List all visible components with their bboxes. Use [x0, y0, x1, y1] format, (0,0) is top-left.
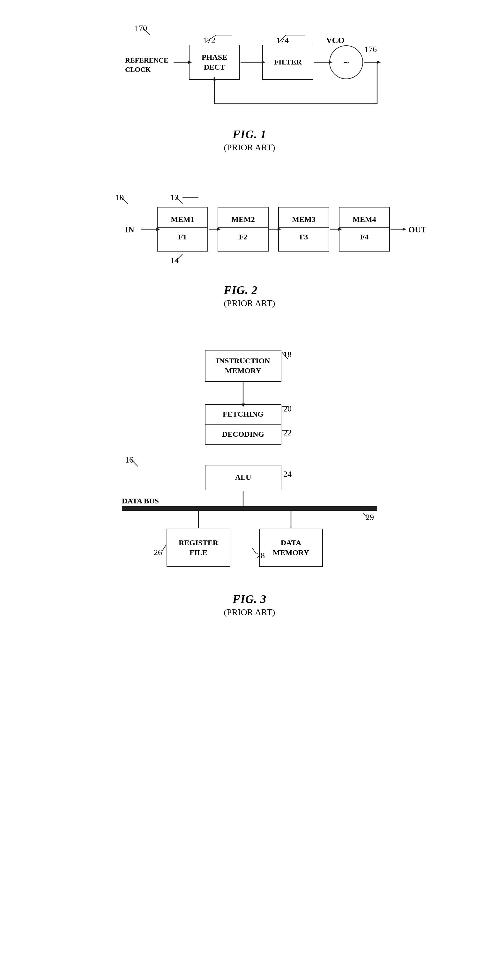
fig2-label-10: 10 — [116, 193, 124, 202]
fig3-label-26: 26 — [154, 548, 162, 557]
fig1-label-176: 176 — [364, 45, 377, 54]
fig3-inst-mem-box: INSTRUCTIONMEMORY — [205, 350, 281, 382]
svg-marker-12 — [377, 60, 381, 64]
fig2-mem4-box: MEM4 F4 — [339, 207, 390, 251]
fig2-subtitle: (PRIOR ART) — [224, 298, 275, 309]
svg-marker-31 — [403, 228, 407, 231]
fig2-caption-block: FIG. 2 (PRIOR ART) — [224, 283, 275, 309]
fig2-f4-label: F4 — [360, 228, 369, 247]
fig2-mem2-label: MEM2 — [218, 212, 268, 228]
fig3-label-29: 29 — [366, 513, 374, 522]
fig1-diagram: 170 REFERENCECLOCK PHASEDECT 172 FILTER — [125, 19, 374, 121]
fig1-title: FIG. 1 — [224, 128, 275, 141]
fig3-label-16: 16 — [125, 455, 133, 465]
figure-3-section: 16 INSTRUCTIONMEMORY 18 FETCHING 20 DECO… — [19, 334, 480, 617]
fig2-label-12: 12 — [170, 193, 179, 202]
fig3-subtitle: (PRIOR ART) — [224, 607, 275, 617]
fig3-reg-file-box: REGISTERFILE — [167, 529, 230, 567]
fig2-f1-label: F1 — [178, 228, 187, 247]
svg-line-2 — [280, 35, 286, 41]
fig1-caption: FIG. 1 (PRIOR ART) — [224, 128, 275, 153]
fig1-subtitle: (PRIOR ART) — [224, 142, 275, 153]
fig2-mem3-label: MEM3 — [279, 212, 329, 228]
data-bus-label: DATA BUS — [122, 497, 159, 505]
fig1-vco-label: VCO — [326, 36, 345, 45]
fig2-mem3-box: MEM3 F3 — [278, 207, 329, 251]
fig2-mem1-box: MEM1 F1 — [157, 207, 208, 251]
svg-line-43 — [162, 545, 166, 551]
fig2-title: FIG. 2 — [224, 283, 275, 297]
fig3-title: FIG. 3 — [224, 592, 275, 606]
fig3-data-mem-box: DATAMEMORY — [259, 529, 323, 567]
fig2-caption: FIG. 2 (PRIOR ART) — [224, 283, 275, 309]
svg-text:IN: IN — [125, 225, 134, 234]
fig1-ref-number: 170 — [135, 24, 147, 33]
fig2-f3-label: F3 — [300, 228, 308, 247]
fig2-f2-label: F2 — [239, 228, 248, 247]
filter-box: FILTER — [262, 45, 313, 80]
svg-line-0 — [207, 35, 216, 41]
fig3-fetch-box: FETCHING — [205, 404, 281, 425]
svg-line-44 — [252, 548, 256, 554]
vco-box: ∼ — [329, 45, 363, 79]
fig2-label-14: 14 — [170, 256, 179, 266]
fig3-label-24: 24 — [283, 469, 292, 479]
fig2-mem2-box: MEM2 F2 — [218, 207, 269, 251]
data-bus-line — [122, 506, 377, 511]
ref-clock-label: REFERENCECLOCK — [125, 56, 168, 74]
phase-dect-box: PHASEDECT — [189, 45, 240, 80]
fig2-diagram: 10 12 MEM1 F1 MEM2 F2 MEM3 F3 MEM4 F4 — [112, 188, 387, 280]
figure-1-section: 170 REFERENCECLOCK PHASEDECT 172 FILTER — [19, 13, 480, 153]
figure-2-section: 10 12 MEM1 F1 MEM2 F2 MEM3 F3 MEM4 F4 — [19, 178, 480, 309]
fig3-alu-box: ALU — [205, 465, 281, 490]
fig3-label-28: 28 — [256, 551, 265, 560]
fig3-caption: FIG. 3 (PRIOR ART) — [224, 592, 275, 617]
fig2-mem4-label: MEM4 — [340, 212, 389, 228]
svg-text:OUT: OUT — [408, 225, 426, 234]
fig3-label-22: 22 — [283, 428, 292, 438]
fig2-mem1-label: MEM1 — [157, 212, 207, 228]
fig3-label-18: 18 — [283, 350, 292, 360]
fig3-decode-box: DECODING — [205, 425, 281, 445]
fig3-label-20: 20 — [283, 404, 292, 414]
fig3-diagram: 16 INSTRUCTIONMEMORY 18 FETCHING 20 DECO… — [122, 344, 377, 586]
